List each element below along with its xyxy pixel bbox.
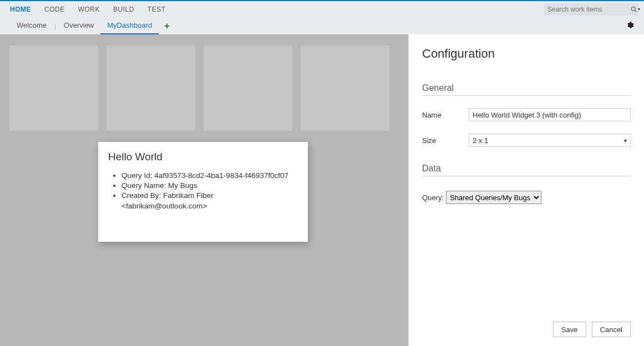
widget-created-by: Created By: Fabrikam Fiber <fabrikam@out… (121, 191, 298, 211)
search-input[interactable] (547, 6, 631, 13)
query-label: Query: (422, 194, 444, 202)
tab-home[interactable]: HOME (6, 1, 38, 18)
size-select[interactable]: 2 x 1 ▾ (469, 134, 631, 147)
dashboard-placeholder[interactable] (204, 45, 292, 131)
search-dropdown-icon[interactable]: ▾ (638, 7, 640, 12)
query-select[interactable]: Shared Queries/My Bugs (446, 191, 541, 204)
sub-tab-mydashboard[interactable]: MyDashboard (100, 18, 159, 34)
configuration-title: Configuration (422, 47, 631, 61)
tab-test[interactable]: TEST (141, 1, 173, 18)
save-button[interactable]: Save (553, 322, 586, 337)
widget-query-id: Query Id: 4af93573-8cd2-4ba1-9834-f46937… (121, 171, 298, 181)
chevron-down-icon: ▾ (624, 138, 627, 144)
svg-point-0 (632, 7, 636, 11)
sub-tab-welcome[interactable]: Welcome (10, 18, 53, 34)
tab-work[interactable]: WORK (72, 1, 107, 18)
hello-world-widget[interactable]: Hello World Query Id: 4af93573-8cd2-4ba1… (98, 142, 308, 242)
search-box[interactable]: ▾ (544, 3, 638, 16)
name-label: Name (422, 111, 469, 119)
add-dashboard-button[interactable]: + (159, 21, 175, 31)
data-heading: Data (422, 164, 631, 176)
size-label: Size (422, 136, 469, 145)
main-tab-bar: HOME CODE WORK BUILD TEST ▾ (0, 1, 644, 18)
tab-build[interactable]: BUILD (107, 1, 141, 18)
size-value: 2 x 1 (473, 136, 488, 145)
svg-line-1 (635, 10, 637, 12)
name-input[interactable] (469, 108, 631, 121)
search-icon[interactable] (631, 5, 637, 14)
widget-title: Hello World (108, 151, 298, 163)
sub-tab-overview[interactable]: Overview (57, 18, 100, 34)
widget-query-name: Query Name: My Bugs (121, 181, 298, 191)
general-heading: General (422, 83, 631, 96)
configuration-panel: Configuration General Name Size 2 x 1 ▾ … (408, 34, 644, 346)
sub-tab-bar: Welcome | Overview MyDashboard + (0, 18, 644, 34)
dashboard-placeholder[interactable] (301, 45, 389, 131)
cancel-button[interactable]: Cancel (592, 322, 631, 337)
tab-code[interactable]: CODE (38, 1, 72, 18)
dashboard-placeholder[interactable] (9, 45, 98, 131)
widget-details-list: Query Id: 4af93573-8cd2-4ba1-9834-f46937… (108, 171, 298, 211)
dashboard-canvas: Hello World Query Id: 4af93573-8cd2-4ba1… (0, 34, 408, 346)
sub-tab-divider: | (53, 22, 57, 30)
gear-icon[interactable] (623, 21, 636, 31)
dashboard-placeholder[interactable] (107, 45, 195, 131)
